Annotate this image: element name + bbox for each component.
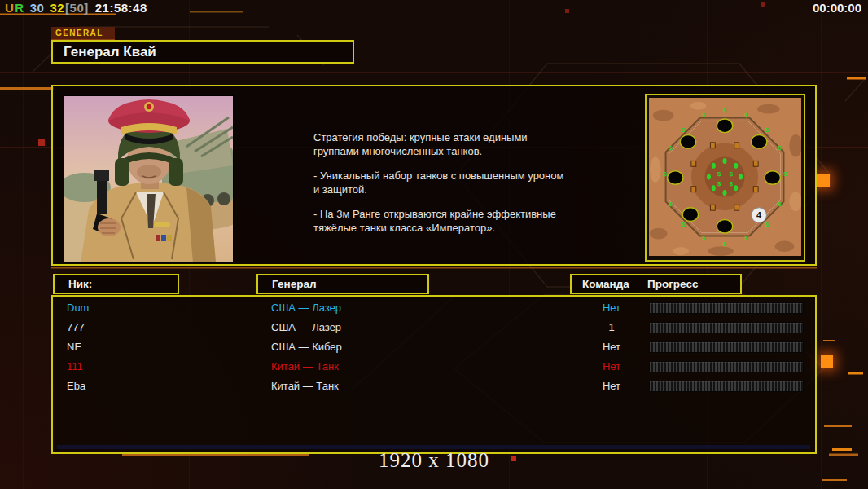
supply-dollar: $ [730, 180, 734, 187]
player-team: 1 [579, 318, 644, 337]
match-timer: 00:00:00 [813, 1, 861, 15]
supply-dollar: $ [663, 170, 667, 178]
strategy-paragraph: - Уникальный набор танков с повышенным у… [313, 169, 586, 196]
player-progress-bar [649, 341, 804, 353]
page-title: Генерал Квай [53, 42, 353, 62]
supply-dollar: $ [783, 170, 787, 178]
supply-dollar: $ [717, 180, 721, 187]
supply-dollar: $ [723, 107, 727, 114]
column-header-progress: Прогресс [647, 275, 698, 293]
table-row[interactable]: Eba Китай — Танк Нет [54, 377, 814, 396]
strategy-paragraph: Стратегия победы: крупные атаки едиными … [313, 130, 586, 158]
player-general: США — Лазер [271, 298, 341, 318]
player-progress-bar [649, 322, 804, 333]
tab-general: GENERAL [51, 27, 115, 40]
supply-dollar: $ [765, 221, 769, 228]
lobby-screen: UR3032[50]21:58:48 00:00:00 GENERAL Гене… [0, 0, 868, 489]
clock: 21:58:48 [95, 1, 147, 15]
strategy-text: Стратегия победы: крупные атаки едиными … [313, 130, 586, 245]
start-position-number: 4 [756, 210, 761, 220]
player-team: Нет [579, 357, 644, 377]
stat-r: R [15, 1, 24, 15]
player-general: Китай — Танк [271, 377, 339, 396]
table-row[interactable]: 111 Китай — Танк Нет [54, 357, 814, 377]
general-title-box: Генерал Квай [51, 40, 354, 64]
player-nick: NE [67, 337, 81, 357]
column-header-team-progress: Команда Прогресс [570, 274, 742, 294]
player-team: Нет [579, 298, 644, 318]
player-general: США — Лазер [271, 318, 341, 337]
minimap-image: $ $ $ $ $ $ $ $ $ $ $ $ $ $ $ $ $ $ $ $ [649, 98, 801, 256]
player-general: Китай — Танк [271, 357, 339, 377]
supply-dollar: $ [723, 240, 727, 248]
player-progress-bar [649, 302, 804, 314]
player-nick: 111 [67, 357, 83, 377]
player-team: Нет [579, 337, 644, 357]
player-general: США — Кибер [271, 337, 342, 357]
supply-dollar: $ [669, 144, 673, 152]
supply-dollar: $ [778, 200, 782, 208]
supply-dollar: $ [744, 234, 748, 241]
stat-yellow: 32 [50, 1, 64, 15]
strategy-paragraph: - На 3м Ранге открываются крайне эффекти… [313, 207, 586, 235]
supply-dollar: $ [717, 170, 721, 178]
connection-stats: UR3032[50]21:58:48 [5, 1, 148, 15]
stat-u: U [5, 1, 14, 15]
players-rows: Dum США — Лазер Нет 777 США — Лазер 1 NE… [54, 298, 814, 396]
supply-dollar: $ [682, 126, 686, 134]
table-row[interactable]: NE США — Кибер Нет [54, 337, 814, 357]
general-portrait [64, 95, 234, 263]
supply-dollar: $ [744, 112, 748, 119]
supply-dollar: $ [682, 221, 686, 228]
table-row[interactable]: Dum США — Лазер Нет [54, 298, 814, 318]
supply-dollar: $ [669, 200, 673, 208]
decor-glow-square [821, 355, 833, 368]
column-header-nick: Ник: [53, 274, 179, 294]
general-portrait-image [64, 96, 233, 262]
table-row[interactable]: 777 США — Лазер 1 [54, 318, 814, 337]
supply-dollar: $ [765, 126, 769, 134]
player-team: Нет [579, 377, 644, 396]
supply-dollar: $ [778, 144, 782, 152]
player-nick: Eba [67, 377, 85, 396]
column-header-general: Генерал [256, 274, 429, 294]
player-nick: Dum [67, 298, 89, 318]
supply-dollar: $ [702, 234, 706, 241]
player-progress-bar [649, 361, 804, 372]
minimap: $ $ $ $ $ $ $ $ $ $ $ $ $ $ $ $ $ $ $ $ [645, 94, 805, 262]
supply-dollar: $ [702, 112, 706, 119]
resolution-label: 1920 x 1080 [0, 449, 868, 472]
supply-dollar: $ [730, 170, 734, 178]
stat-blue: 30 [30, 1, 45, 15]
player-progress-bar [649, 381, 804, 392]
decor-glow-square [817, 174, 830, 187]
stat-bracket: [50] [65, 1, 89, 15]
column-header-team: Команда [582, 275, 629, 293]
player-nick: 777 [67, 318, 85, 337]
